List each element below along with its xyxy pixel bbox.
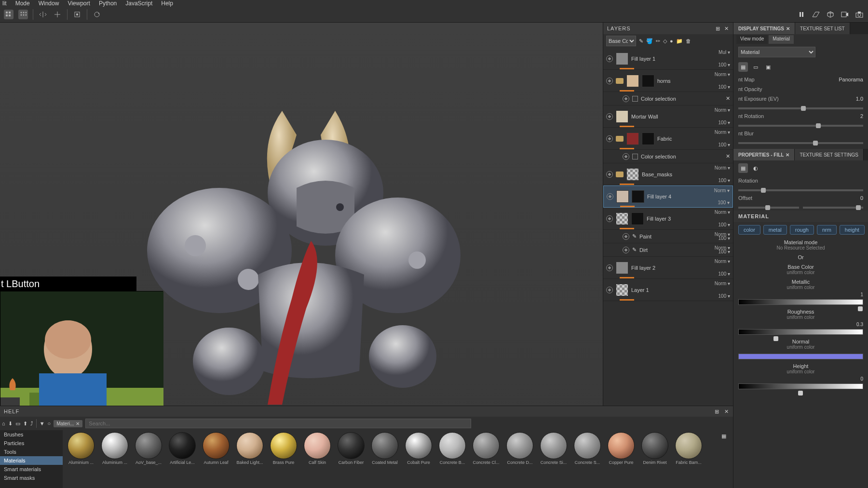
folder-icon[interactable]: ▭ — [15, 421, 20, 427]
material-item[interactable]: Baked Light... — [233, 432, 266, 486]
visibility-toggle[interactable] — [607, 193, 613, 200]
visibility-toggle[interactable] — [623, 95, 629, 102]
filter-tag[interactable]: Materi...✕ — [54, 420, 82, 427]
close-icon[interactable]: ✕ — [786, 26, 790, 31]
close-icon[interactable]: ✕ — [726, 95, 730, 102]
channel-rough[interactable]: rough — [790, 225, 814, 235]
material-item[interactable]: Concrete B... — [436, 432, 469, 486]
fill-mode-icon[interactable]: ▦ — [738, 163, 748, 173]
blend-mode[interactable]: Norm ▾ — [715, 281, 730, 286]
exposure-slider[interactable] — [738, 107, 863, 109]
offset-x-slider[interactable] — [738, 207, 799, 209]
offset-y-slider[interactable] — [803, 207, 864, 209]
subtab-material[interactable]: Material — [769, 35, 794, 44]
tab-display-settings[interactable]: DISPLAY SETTINGS✕ — [733, 23, 795, 34]
menu-python[interactable]: Python — [99, 0, 117, 7]
layer-opacity[interactable]: 100 ▾ — [719, 120, 730, 125]
material-item[interactable]: Concrete S... — [571, 432, 604, 486]
roughness-slider[interactable] — [738, 329, 863, 335]
sphere-icon[interactable]: ● — [670, 38, 673, 44]
material-item[interactable]: Autumn Leaf — [200, 432, 232, 486]
shelf-cat-smart-masks[interactable]: Smart masks — [0, 474, 63, 482]
visibility-toggle[interactable] — [606, 113, 613, 120]
material-item[interactable]: Fabric Bam... — [672, 432, 705, 486]
visibility-toggle[interactable] — [606, 264, 613, 271]
dotgrid-icon[interactable] — [18, 10, 28, 19]
layer-effect[interactable]: ✎PaintNorm ▾100 ▾ — [603, 230, 733, 243]
layer-opacity[interactable]: 100 ▾ — [719, 142, 730, 147]
filter-icon[interactable]: ▼ — [40, 421, 45, 426]
dock-icon[interactable]: ⊞ — [715, 409, 719, 415]
cube-icon[interactable] — [826, 10, 835, 19]
menu-javascript[interactable]: JavaScript — [125, 0, 152, 7]
blur-slider[interactable] — [738, 142, 863, 144]
blend-mode[interactable]: Norm ▾ — [715, 259, 730, 264]
trash-icon[interactable]: 🗑 — [686, 38, 691, 44]
tab-texture-set-list[interactable]: TEXTURE SET LIST — [795, 23, 850, 34]
material-item[interactable]: Carbon Fiber — [335, 432, 367, 486]
import-icon[interactable]: ⬇ — [8, 421, 13, 427]
shelf-cat-smart-materials[interactable]: Smart materials — [0, 465, 63, 474]
dock-icon[interactable]: ⊞ — [716, 26, 720, 32]
menu-viewport[interactable]: Viewport — [68, 0, 90, 7]
layer-effect[interactable]: ✎DirtNorm ▾100 ▾ — [603, 243, 733, 257]
video-icon[interactable] — [840, 10, 850, 19]
blend-mode[interactable]: Norm ▾ — [715, 107, 730, 113]
close-icon[interactable]: ✕ — [76, 421, 80, 426]
subtab-view-mode[interactable]: View mode — [736, 35, 768, 44]
material-item[interactable]: Artificial Le... — [166, 432, 199, 486]
tab-texture-set-settings[interactable]: TEXTURE SET SETTINGS — [795, 149, 864, 160]
export-icon[interactable]: ⬆ — [23, 421, 27, 427]
rotation-slider[interactable] — [738, 125, 863, 127]
layer-item[interactable]: Fill layer 2Norm ▾100 ▾ — [603, 257, 733, 279]
blend-mode[interactable]: Mul ▾ — [719, 50, 730, 55]
layer-opacity[interactable]: 100 ▾ — [719, 62, 730, 67]
channel-metal[interactable]: metal — [763, 225, 787, 235]
layer-opacity[interactable]: 100 ▾ — [718, 200, 730, 205]
material-item[interactable]: Brass Pure — [267, 432, 300, 486]
video-mode-icon[interactable]: ▭ — [751, 62, 760, 72]
layer-mask[interactable] — [631, 212, 644, 225]
layer-opacity[interactable]: 100 ▾ — [719, 222, 730, 227]
layer-mask[interactable] — [632, 190, 644, 203]
layer-opacity[interactable]: 100 ▾ — [719, 271, 730, 277]
shelf-cat-brushes[interactable]: Brushes — [0, 430, 63, 439]
checkbox[interactable] — [632, 154, 638, 159]
circle-icon[interactable]: ○ — [48, 421, 51, 426]
box-mode-icon[interactable]: ▣ — [763, 62, 773, 72]
material-item[interactable]: Coated Metal — [368, 432, 401, 486]
height-slider[interactable] — [738, 383, 863, 389]
visibility-toggle[interactable] — [606, 55, 613, 62]
shelf-cat-materials[interactable]: Materials — [0, 456, 63, 465]
layer-effect[interactable]: Color selection✕ — [603, 92, 733, 106]
grid-view-icon[interactable]: ▦ — [721, 433, 726, 439]
pause-icon[interactable] — [797, 10, 806, 19]
close-icon[interactable]: ✕ — [724, 26, 729, 32]
channel-nrm[interactable]: nrm — [817, 225, 837, 235]
link-icon[interactable]: ⤴ — [30, 421, 33, 426]
material-item[interactable]: Denim Rivet — [638, 432, 671, 486]
perspective-icon[interactable] — [811, 10, 821, 19]
layer-opacity[interactable]: 100 ▾ — [719, 236, 730, 241]
checkbox[interactable] — [632, 96, 638, 102]
fill-rotation-slider[interactable] — [738, 189, 863, 191]
blend-mode[interactable]: Norm ▾ — [715, 72, 730, 77]
shelf-cat-tools[interactable]: Tools — [0, 448, 63, 456]
visibility-toggle[interactable] — [606, 135, 613, 142]
material-item[interactable]: Calf Skin — [301, 432, 334, 486]
folder-icon[interactable]: 📁 — [676, 38, 683, 44]
refresh-icon[interactable] — [92, 10, 102, 19]
brush-icon[interactable]: ✏ — [656, 38, 660, 44]
visibility-toggle[interactable] — [606, 215, 613, 222]
visibility-toggle[interactable] — [606, 287, 613, 293]
visibility-toggle[interactable] — [606, 171, 613, 178]
symmetry-icon[interactable] — [38, 10, 48, 19]
layer-effect[interactable]: Color selection✕ — [603, 150, 733, 163]
menu-lit[interactable]: lit — [2, 0, 7, 7]
box-icon[interactable] — [72, 10, 82, 19]
material-item[interactable]: Aluminium ... — [65, 432, 97, 486]
layer-item[interactable]: Fill layer 1Mul ▾100 ▾ — [603, 48, 733, 70]
material-item[interactable]: Copper Pure — [605, 432, 637, 486]
material-item[interactable]: AoV_base_... — [132, 432, 165, 486]
layer-item[interactable]: Fill layer 3Norm ▾100 ▾ — [603, 208, 733, 230]
